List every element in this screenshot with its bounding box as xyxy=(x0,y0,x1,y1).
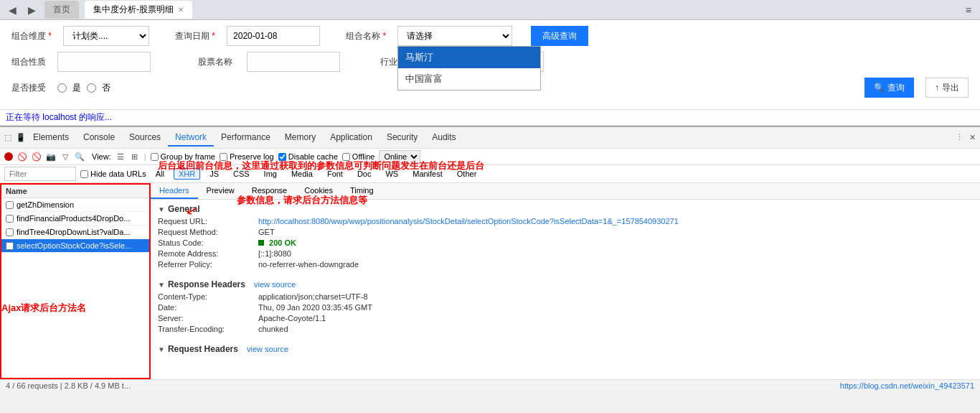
filter-bar: Hide data URLs All XHR JS CSS Img Media … xyxy=(0,165,980,183)
group-by-frame-checkbox[interactable]: Group by frame xyxy=(151,152,215,161)
forward-button[interactable]: ▶ xyxy=(25,3,39,17)
type-font-button[interactable]: Font xyxy=(322,168,348,180)
type-xhr-button[interactable]: XHR xyxy=(174,168,200,180)
grid-view-icon[interactable]: ⊞ xyxy=(130,152,140,162)
advanced-query-button[interactable]: 高级查询 xyxy=(531,26,588,46)
status-row: Status Code: 200 OK xyxy=(158,238,973,247)
dropdown-item-zhongguofu[interactable]: 中国富富 xyxy=(398,68,540,90)
tab-home-label: 首页 xyxy=(53,4,70,16)
tab-audits[interactable]: Audits xyxy=(425,129,463,147)
list-view-icon[interactable]: ☰ xyxy=(116,152,126,162)
tab-main-label: 集中度分析-股票明细 xyxy=(93,4,174,16)
tab-timing[interactable]: Timing xyxy=(341,183,382,199)
date-label: 查询日期 * xyxy=(175,30,215,42)
close-devtools-icon[interactable]: ✕ xyxy=(967,133,977,143)
tab-elements[interactable]: Elements xyxy=(26,129,76,147)
view-source-link[interactable]: view source xyxy=(254,280,296,289)
tab-network[interactable]: Network xyxy=(168,129,214,147)
record-button[interactable] xyxy=(4,152,13,161)
device-icon[interactable]: 📱 xyxy=(16,133,26,143)
tab-performance[interactable]: Performance xyxy=(214,129,278,147)
dimension-select[interactable]: 计划类.... xyxy=(63,26,149,46)
tab-console[interactable]: Console xyxy=(76,129,122,147)
hide-data-urls-checkbox[interactable]: Hide data URLs xyxy=(80,170,146,178)
query-button[interactable]: 🔍 查询 xyxy=(864,78,914,98)
combo-name-select[interactable]: 请选择 xyxy=(397,26,512,46)
request-item-selectOption[interactable]: selectOptionStockCode?isSele... xyxy=(1,239,149,253)
name-column-header: Name xyxy=(1,185,149,198)
online-select[interactable]: Online xyxy=(379,150,420,163)
remote-value: [::1]:8080 xyxy=(258,249,291,258)
date-input[interactable]: 2020-01-08 xyxy=(227,26,320,46)
date-value-resp: Thu, 09 Jan 2020 03:35:45 GMT xyxy=(258,303,372,312)
request-view-source-link[interactable]: view source xyxy=(247,345,288,353)
date-label-resp: Date: xyxy=(158,303,258,312)
type-img-button[interactable]: Img xyxy=(259,168,282,180)
type-ws-button[interactable]: WS xyxy=(380,168,403,180)
more-icon[interactable]: ⋮ xyxy=(954,133,964,143)
tab-memory[interactable]: Memory xyxy=(278,129,323,147)
triangle-icon-3: ▼ xyxy=(158,345,165,353)
search-icon: 🔍 xyxy=(874,83,885,93)
tab-cookies[interactable]: Cookies xyxy=(296,183,341,199)
capture-button[interactable]: 📷 xyxy=(46,152,56,162)
response-headers-title: ▼ Response Headers view source xyxy=(158,279,973,289)
method-row: Request Method: GET xyxy=(158,228,973,236)
stop-button[interactable]: 🚫 xyxy=(17,152,27,162)
dimension-label: 组合维度 * xyxy=(11,30,52,42)
dropdown-item-masiding[interactable]: 马斯汀 xyxy=(398,47,540,68)
inspect-icon[interactable]: ⬚ xyxy=(3,133,13,143)
type-other-button[interactable]: Other xyxy=(452,168,482,180)
radio-no-label: 否 xyxy=(102,82,110,94)
quality-input[interactable] xyxy=(57,52,151,72)
offline-checkbox[interactable]: Offline xyxy=(342,152,375,161)
back-button[interactable]: ◀ xyxy=(6,3,19,17)
date-row: Date: Thu, 09 Jan 2020 03:35:45 GMT xyxy=(158,303,973,312)
tab-headers[interactable]: Headers xyxy=(151,183,198,199)
stock-label: 股票名称 xyxy=(198,56,232,68)
close-icon[interactable]: ✕ xyxy=(178,6,184,14)
devtools-close-icon[interactable]: ≡ xyxy=(963,3,974,17)
radio-no[interactable] xyxy=(87,83,96,93)
tab-sources[interactable]: Sources xyxy=(122,129,168,147)
stock-input[interactable] xyxy=(247,52,340,72)
disable-cache-checkbox[interactable]: Disable cache xyxy=(278,152,338,161)
method-label: Request Method: xyxy=(158,228,258,236)
tab-application[interactable]: Application xyxy=(323,129,380,147)
clear-button[interactable]: 🚫 xyxy=(32,152,42,162)
filter-button[interactable]: ▽ xyxy=(60,152,70,162)
server-value: Apache-Coyote/1.1 xyxy=(258,314,326,322)
type-media-button[interactable]: Media xyxy=(286,168,318,180)
request-item-getZh[interactable]: getZhDimension xyxy=(1,198,149,212)
receive-label: 是否接受 xyxy=(11,82,46,94)
tab-main[interactable]: 集中度分析-股票明细 ✕ xyxy=(85,1,192,19)
filter-input[interactable] xyxy=(4,167,76,181)
transfer-value: chunked xyxy=(258,325,288,333)
type-css-button[interactable]: CSS xyxy=(228,168,255,180)
tab-preview[interactable]: Preview xyxy=(198,183,243,199)
preserve-log-checkbox[interactable]: Preserve log xyxy=(220,152,274,161)
type-doc-button[interactable]: Doc xyxy=(352,168,377,180)
transfer-label: Transfer-Encoding: xyxy=(158,325,258,333)
status-url: https://blog.csdn.net/weixin_49423571 xyxy=(840,381,974,390)
search-button[interactable]: 🔍 xyxy=(75,152,85,162)
status-value: 200 OK xyxy=(258,238,296,247)
tab-security[interactable]: Security xyxy=(380,129,425,147)
server-row: Server: Apache-Coyote/1.1 xyxy=(158,314,973,322)
radio-yes[interactable] xyxy=(57,83,67,93)
request-item-findFinancial[interactable]: findFinancialProducts4DropDo... xyxy=(1,212,149,226)
view-label: View: xyxy=(92,152,111,161)
tab-home[interactable]: 首页 xyxy=(44,1,79,19)
type-manifest-button[interactable]: Manifest xyxy=(407,168,448,180)
type-js-button[interactable]: JS xyxy=(204,168,224,180)
url-label: Request URL: xyxy=(158,217,258,226)
general-title: ▼ General xyxy=(158,204,973,214)
content-type-label: Content-Type: xyxy=(158,292,258,301)
referrer-label: Referrer Policy: xyxy=(158,260,258,269)
tab-response[interactable]: Response xyxy=(243,183,296,199)
request-headers-section: ▼ Request Headers view source xyxy=(151,340,980,361)
request-item-findTree[interactable]: findTree4DropDownList?valDa... xyxy=(1,226,149,239)
export-button[interactable]: ↑ 导出 xyxy=(925,78,969,98)
type-all-button[interactable]: All xyxy=(151,168,169,180)
devtools-icons: ⋮ ✕ xyxy=(954,133,977,143)
